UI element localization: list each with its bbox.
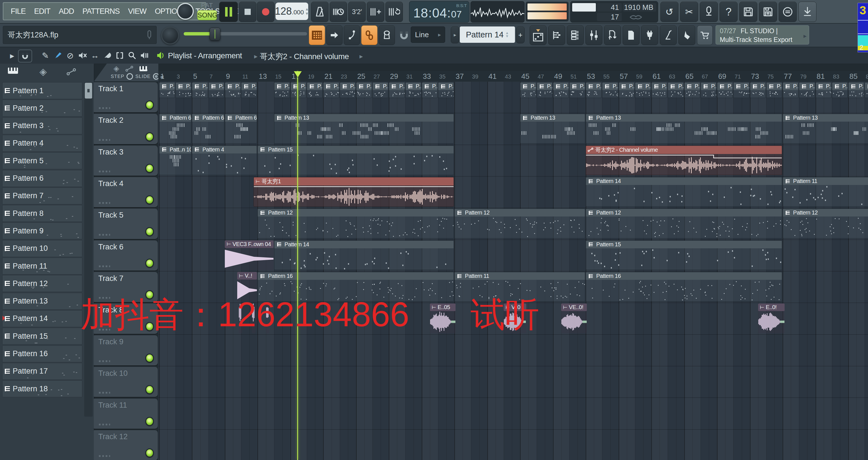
- snap-selector[interactable]: Line ▸: [411, 27, 445, 43]
- playlist-options-arrow[interactable]: ▸: [6, 50, 18, 61]
- track-options-dots[interactable]: [99, 360, 110, 362]
- tab-pattern-clips[interactable]: ◈: [39, 66, 47, 77]
- track-lane-10[interactable]: [158, 366, 868, 398]
- track-header-1[interactable]: Track 1: [94, 82, 158, 112]
- playlist-clip[interactable]: P..: [799, 82, 815, 98]
- touch-mode-button[interactable]: [678, 25, 695, 45]
- track-enable-led[interactable]: [145, 164, 154, 173]
- playlist-clip[interactable]: Pattern 13: [520, 114, 585, 143]
- track-enable-led[interactable]: [145, 259, 154, 268]
- playlist-clip[interactable]: Pattern 4: [192, 145, 257, 175]
- playlist-clip[interactable]: P..: [438, 82, 454, 98]
- playlist-clip[interactable]: P..: [274, 82, 290, 98]
- scrollbar-thumb[interactable]: [85, 83, 92, 99]
- oscilloscope[interactable]: [470, 1, 525, 23]
- playlist-clip[interactable]: Patt..n 10: [159, 145, 191, 175]
- time-display[interactable]: 18:04: 07 B:S:T: [409, 1, 469, 23]
- master-pitch-slider[interactable]: [184, 32, 307, 35]
- record-button[interactable]: [257, 2, 274, 22]
- step-advance-button[interactable]: [326, 25, 343, 45]
- playlist-snap-button[interactable]: [18, 50, 32, 63]
- track-header-11[interactable]: Track 11: [94, 399, 158, 429]
- playlist-clip[interactable]: Pattern 13: [586, 114, 782, 143]
- playlist-clip[interactable]: Pattern 15: [257, 145, 454, 175]
- playlist-clip[interactable]: P..: [323, 82, 339, 98]
- pattern-list-item[interactable]: Pattern 18: [2, 380, 82, 397]
- playlist-clip[interactable]: P..: [586, 82, 601, 98]
- track-header-9[interactable]: Track 9: [94, 335, 158, 365]
- playlist-clip[interactable]: P..: [815, 82, 831, 98]
- playlist-clip[interactable]: P..: [569, 82, 585, 98]
- scroll-left-arrow[interactable]: ◂: [160, 73, 163, 80]
- track-enable-led[interactable]: [145, 195, 154, 204]
- menu-view[interactable]: VIEW: [128, 7, 147, 16]
- step-toggle[interactable]: [126, 73, 133, 80]
- track-lane-12[interactable]: [158, 430, 868, 460]
- track-options-dots[interactable]: [99, 107, 110, 109]
- track-enable-led[interactable]: [145, 417, 154, 426]
- pattern-list-item[interactable]: Pattern 1: [2, 82, 82, 99]
- pat-mode-label[interactable]: PAT: [197, 2, 217, 9]
- zoom-tool-button[interactable]: [126, 50, 138, 61]
- playlist-clip[interactable]: P..: [389, 82, 405, 98]
- playlist-panel-button[interactable]: [530, 25, 547, 45]
- undo-button[interactable]: ↺: [660, 2, 678, 22]
- song-mode-label[interactable]: SONG: [197, 10, 217, 20]
- playlist-clip[interactable]: 哥太穷2 - Channel volume: [586, 145, 782, 175]
- breadcrumb-playlist[interactable]: Playlist - Arrangement: [168, 51, 242, 60]
- add-pattern-button[interactable]: +: [516, 27, 525, 43]
- track-options-dots[interactable]: [99, 424, 110, 425]
- track-enable-led[interactable]: [145, 449, 154, 457]
- playlist-clip[interactable]: P..: [176, 82, 191, 98]
- playlist-clip[interactable]: Pattern 15: [586, 240, 782, 270]
- recording-mic-button[interactable]: [700, 2, 718, 22]
- tab-automation-clips[interactable]: [66, 68, 76, 76]
- pattern-selector[interactable]: Pattern 14 ▲▼: [460, 27, 515, 43]
- step-edit-button[interactable]: [309, 25, 325, 45]
- playlist-clip[interactable]: P..: [635, 82, 651, 98]
- project-file-tab[interactable]: 哥太穷128A.flp: [3, 26, 157, 44]
- pattern-list-item[interactable]: Pattern 13: [2, 293, 82, 310]
- playhead-marker[interactable]: [294, 71, 302, 77]
- playlist-clip[interactable]: P..: [241, 82, 257, 98]
- corner-link-icon[interactable]: [125, 66, 133, 72]
- playlist-clip[interactable]: P..: [192, 82, 208, 98]
- master-pitch-knob[interactable]: [161, 27, 179, 44]
- playlist-clip[interactable]: Pattern 12: [783, 208, 868, 238]
- playlist-clip[interactable]: P..: [684, 82, 700, 98]
- playlist-clip[interactable]: Pattern 16: [586, 272, 782, 301]
- countdown-button[interactable]: 3′2′: [348, 2, 366, 22]
- track-options-dots[interactable]: [99, 202, 110, 204]
- track-options-dots[interactable]: [99, 171, 110, 172]
- pattern-menu-button[interactable]: ▸: [451, 27, 459, 43]
- playlist-clip[interactable]: P..: [290, 82, 306, 98]
- paint-tool-button[interactable]: [52, 50, 64, 61]
- mute-tool-button[interactable]: [76, 50, 89, 61]
- track-lane-9[interactable]: [158, 335, 868, 366]
- track-header-6[interactable]: Track 6: [94, 240, 158, 270]
- volume-automation-line[interactable]: [254, 186, 454, 195]
- playlist-clip[interactable]: P..: [651, 82, 667, 98]
- pattern-list-item[interactable]: Pattern 11: [2, 258, 82, 274]
- playlist-clip[interactable]: P..: [602, 82, 618, 98]
- typing-keyboard-button[interactable]: [379, 25, 395, 45]
- mixer-panel-button[interactable]: [585, 25, 602, 45]
- help-button[interactable]: ?: [719, 2, 738, 22]
- track-header-12[interactable]: Track 12: [94, 430, 158, 460]
- playlist-clip[interactable]: P..: [848, 82, 864, 98]
- playlist-clip[interactable]: Pattern 13: [274, 114, 454, 143]
- track-enable-led[interactable]: [145, 385, 154, 394]
- play-button[interactable]: [219, 2, 238, 22]
- playlist-clip[interactable]: ⊢VE..0!: [561, 303, 587, 333]
- playlist-clip[interactable]: P..: [553, 82, 569, 98]
- feedback-button[interactable]: [779, 2, 797, 22]
- playlist-clip[interactable]: P..: [766, 82, 782, 98]
- cut-tool-button[interactable]: ✂: [680, 2, 698, 22]
- track-options-dots[interactable]: [99, 139, 110, 141]
- playlist-clip[interactable]: P..: [537, 82, 553, 98]
- loop-record-button[interactable]: [385, 2, 403, 22]
- track-header-4[interactable]: Track 4: [94, 177, 158, 207]
- pattern-list-item[interactable]: Pattern 16: [2, 346, 82, 362]
- tempo-display[interactable]: 128 .000 ▲▼: [276, 3, 308, 20]
- menu-file[interactable]: FILE: [11, 7, 26, 16]
